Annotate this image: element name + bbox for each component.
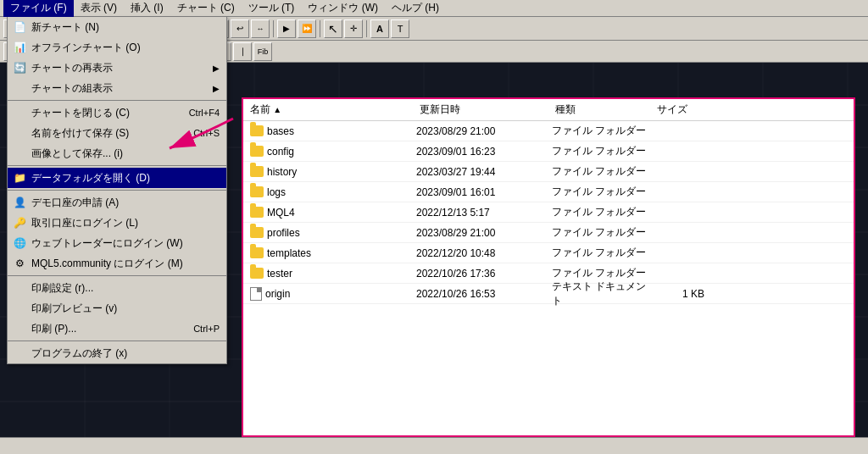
file-name-text-tester: tester <box>267 268 292 280</box>
file-row-templates[interactable]: templates2022/12/20 10:48ファイル フォルダー <box>243 243 854 263</box>
file-row-config[interactable]: config2023/09/01 16:23ファイル フォルダー <box>243 141 854 162</box>
menu-sep5 <box>8 340 226 341</box>
toolbar-sep7 <box>366 20 367 37</box>
folder-icon-logs <box>250 186 264 197</box>
menu-item-print-setup[interactable]: 印刷設定 (r)... <box>8 278 226 298</box>
file-row-profiles[interactable]: profiles2023/08/29 21:00ファイル フォルダー <box>243 223 854 243</box>
new-chart-icon: 📄 <box>11 19 28 36</box>
toolbar-cross[interactable]: ✛ <box>344 19 363 38</box>
menu-view[interactable]: 表示 (V) <box>74 0 124 17</box>
menu-help[interactable]: ヘルプ (H) <box>385 0 446 17</box>
demo-account-icon: 👤 <box>11 194 28 211</box>
folder-icon-config <box>250 146 264 157</box>
folder-icon-MQL4 <box>250 207 264 218</box>
chart-group-arrow: ▶ <box>213 84 220 93</box>
file-date-cell-profiles: 2023/08/29 21:00 <box>416 227 552 239</box>
file-date-cell-tester: 2022/10/26 17:36 <box>416 268 552 280</box>
file-date-cell-config: 2023/09/01 16:23 <box>416 146 552 158</box>
file-row-history[interactable]: history2023/03/27 19:44ファイル フォルダー <box>243 162 854 182</box>
file-name-cell-profiles: profiles <box>250 227 416 239</box>
file-name-text-config: config <box>267 146 294 158</box>
file-date-cell-MQL4: 2022/12/13 5:17 <box>416 207 552 219</box>
menu-item-save-as[interactable]: 名前を付けて保存 (S) Ctrl+S <box>8 123 226 143</box>
toolbar-sep5 <box>273 20 274 37</box>
col-name[interactable]: 名前 ▲ <box>250 102 420 117</box>
menu-item-demo-account[interactable]: 👤 デモ口座の申請 (A) <box>8 192 226 213</box>
doc-icon-origin <box>250 287 262 301</box>
folder-icon-tester <box>250 268 264 279</box>
file-type-cell-bases: ファイル フォルダー <box>552 124 654 138</box>
file-dropdown-menu: 📄 新チャート (N) 📊 オフラインチャート (O) 🔄 チャートの再表示 ▶… <box>7 17 227 364</box>
toolbar-btn11[interactable]: ⏩ <box>298 19 316 38</box>
toolbar-cursor[interactable]: ↖ <box>324 19 342 38</box>
file-row-bases[interactable]: bases2023/08/29 21:00ファイル フォルダー <box>243 121 854 141</box>
toolbar-line3[interactable]: ∣ <box>233 42 252 61</box>
file-type-cell-history: ファイル フォルダー <box>552 164 654 179</box>
menu-item-offline-chart[interactable]: 📊 オフラインチャート (O) <box>8 37 226 58</box>
file-name-text-bases: bases <box>267 125 294 137</box>
col-date[interactable]: 更新日時 <box>420 102 555 117</box>
file-row-origin[interactable]: origin2022/10/26 16:53テキスト ドキュメント1 KB <box>243 284 854 304</box>
folder-icon-bases <box>250 125 264 136</box>
menu-item-print[interactable]: 印刷 (P)... Ctrl+P <box>8 318 226 339</box>
menu-item-print-preview[interactable]: 印刷プレビュー (v) <box>8 298 226 318</box>
file-list: bases2023/08/29 21:00ファイル フォルダーconfig202… <box>243 121 854 304</box>
col-type[interactable]: 種類 <box>555 102 657 117</box>
menu-item-close-chart[interactable]: チャートを閉じる (C) Ctrl+F4 <box>8 102 226 123</box>
file-row-MQL4[interactable]: MQL42022/12/13 5:17ファイル フォルダー <box>243 202 854 223</box>
file-row-tester[interactable]: tester2022/10/26 17:36ファイル フォルダー <box>243 263 854 284</box>
menu-item-exit[interactable]: プログラムの終了 (x) <box>8 343 226 363</box>
toolbar-btn8[interactable]: ↩ <box>231 19 249 38</box>
menu-item-save-image[interactable]: 画像として保存... (i) <box>8 143 226 163</box>
menu-chart[interactable]: チャート (C) <box>170 0 242 17</box>
file-name-cell-origin: origin <box>250 287 416 301</box>
folder-icon-history <box>250 166 264 177</box>
menu-window[interactable]: ウィンドウ (W) <box>301 0 385 17</box>
file-type-cell-MQL4: ファイル フォルダー <box>552 205 654 219</box>
folder-icon-templates <box>250 247 264 258</box>
file-name-cell-MQL4: MQL4 <box>250 207 416 219</box>
folder-icon-profiles <box>250 227 264 238</box>
menu-item-open-data-folder[interactable]: 📁 データフォルダを開く (D) <box>8 168 226 188</box>
offline-chart-icon: 📊 <box>11 39 28 56</box>
menu-insert[interactable]: 挿入 (I) <box>124 0 170 17</box>
file-type-cell-templates: ファイル フォルダー <box>552 246 654 260</box>
menu-item-login-web[interactable]: 🌐 ウェブトレーダーにログイン (W) <box>8 233 226 253</box>
menu-item-refresh-chart[interactable]: 🔄 チャートの再表示 ▶ <box>8 58 226 78</box>
file-name-text-history: history <box>267 166 297 178</box>
file-name-cell-history: history <box>250 166 416 178</box>
toolbar-btn9[interactable]: ↔ <box>251 19 270 38</box>
file-type-cell-origin: テキスト ドキュメント <box>552 280 654 308</box>
file-name-text-profiles: profiles <box>267 227 300 239</box>
login-mql5-icon: ⚙ <box>11 255 28 272</box>
menu-sep1 <box>8 100 226 101</box>
file-row-logs[interactable]: logs2023/09/01 16:01ファイル フォルダー <box>243 182 854 202</box>
menu-item-chart-group[interactable]: チャートの組表示 ▶ <box>8 78 226 98</box>
col-size[interactable]: サイズ <box>657 102 708 117</box>
refresh-chart-icon: 🔄 <box>11 59 28 76</box>
file-name-text-logs: logs <box>267 186 286 198</box>
file-size-cell-origin: 1 KB <box>654 288 704 300</box>
file-panel-header: 名前 ▲ 更新日時 種類 サイズ <box>243 99 854 121</box>
menu-file[interactable]: ファイル (F) <box>3 0 74 17</box>
menu-sep3 <box>8 190 226 191</box>
file-type-cell-profiles: ファイル フォルダー <box>552 225 654 240</box>
toolbar-t-btn[interactable]: T <box>391 19 409 38</box>
toolbar-fib[interactable]: Fib <box>253 42 272 61</box>
toolbar-a-btn[interactable]: A <box>370 19 389 38</box>
file-panel: 名前 ▲ 更新日時 種類 サイズ bases2023/08/29 21:00ファ… <box>242 97 855 437</box>
file-type-cell-tester: ファイル フォルダー <box>552 266 654 280</box>
file-date-cell-logs: 2023/09/01 16:01 <box>416 186 552 198</box>
open-folder-icon: 📁 <box>11 169 28 186</box>
menu-tools[interactable]: ツール (T) <box>242 0 302 17</box>
menu-item-new-chart[interactable]: 📄 新チャート (N) <box>8 17 226 37</box>
toolbar-btn10[interactable]: ▶ <box>277 19 296 38</box>
toolbar-sep6 <box>320 20 320 37</box>
menu-item-login-mql5[interactable]: ⚙ MQL5.community にログイン (M) <box>8 253 226 274</box>
menu-item-login-trade[interactable]: 🔑 取引口座にログイン (L) <box>8 213 226 233</box>
menu-sep4 <box>8 275 226 276</box>
statusbar <box>0 437 868 454</box>
file-date-cell-bases: 2023/08/29 21:00 <box>416 125 552 137</box>
file-name-cell-templates: templates <box>250 247 416 259</box>
file-type-cell-logs: ファイル フォルダー <box>552 185 654 199</box>
